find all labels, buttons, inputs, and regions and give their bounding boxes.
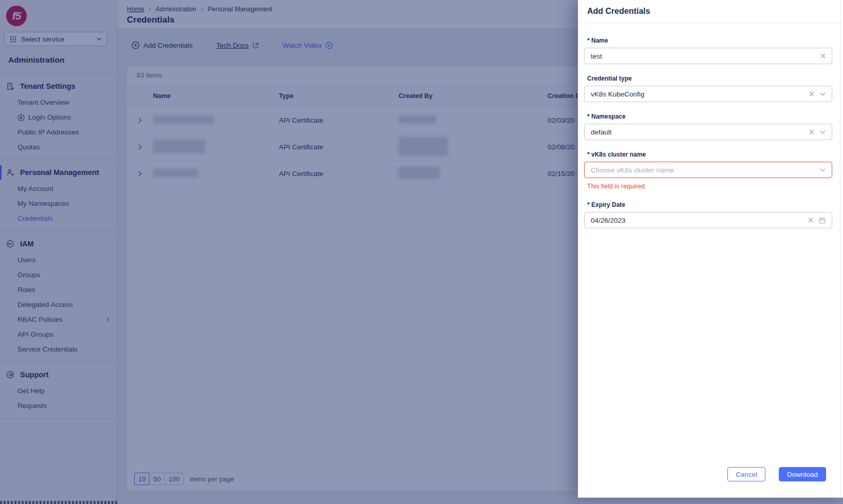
clear-icon[interactable] [808,218,813,223]
panel-form: * Name Credential type vK8s KubeConfig *… [578,23,843,228]
namespace-label: * Namespace [587,113,832,120]
panel-footer: Cancel Download [727,467,826,481]
cluster-name-select[interactable] [584,162,832,178]
add-credentials-panel: Add Credentials * Name Credential type v… [578,0,843,498]
cluster-name-label: * vK8s cluster name [587,151,832,158]
credential-type-value: vK8s KubeConfig [585,90,809,98]
panel-title: Add Credentials [578,0,843,23]
chevron-down-icon[interactable] [820,168,826,172]
chevron-down-icon[interactable] [820,92,826,96]
name-input[interactable] [585,52,820,60]
calendar-icon[interactable] [819,217,826,224]
namespace-select[interactable]: default [584,124,832,140]
clear-icon[interactable] [809,129,814,134]
namespace-value: default [585,128,809,136]
chevron-down-icon[interactable] [820,130,826,134]
cancel-button[interactable]: Cancel [727,467,765,481]
name-field [584,48,832,64]
cluster-name-input[interactable] [585,166,820,174]
clear-icon[interactable] [820,53,826,59]
clear-icon[interactable] [809,91,814,96]
name-field-label: * Name [587,37,832,44]
credential-type-select[interactable]: vK8s KubeConfig [584,86,832,102]
expiry-date-input[interactable] [585,217,808,224]
expiry-date-label: * Expiry Date [587,201,832,208]
panel-scrollbar-gutter [840,0,840,497]
expiry-date-field [584,212,832,228]
download-button[interactable]: Download [779,467,826,481]
credential-type-label: Credential type [587,75,832,82]
cluster-name-error: This field is required [587,183,832,190]
